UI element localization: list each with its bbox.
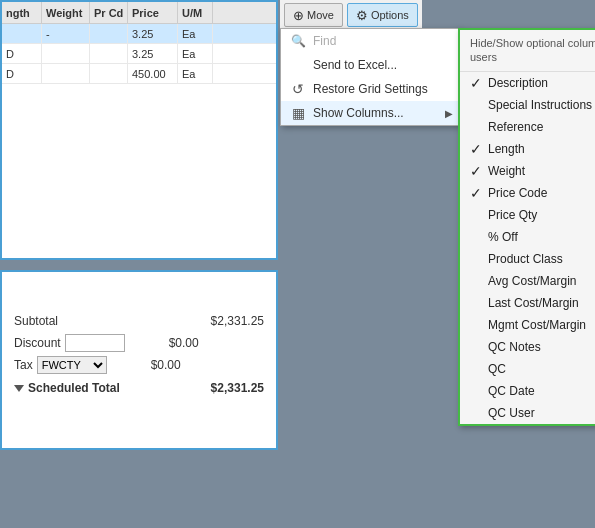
tax-select[interactable]: FWCTY bbox=[37, 356, 107, 374]
submenu-item[interactable]: Product Class bbox=[460, 248, 595, 270]
find-icon: 🔍 bbox=[289, 32, 307, 50]
submenu-item[interactable]: Price Qty bbox=[460, 204, 595, 226]
cell-weight bbox=[42, 44, 90, 63]
menu-item-restore-label: Restore Grid Settings bbox=[313, 82, 428, 96]
table-row[interactable]: D 450.00 Ea bbox=[2, 64, 276, 84]
submenu-item-label: Avg Cost/Margin bbox=[488, 274, 595, 288]
submenu-item[interactable]: ✓Description bbox=[460, 72, 595, 94]
submenu-item-label: Reference bbox=[488, 120, 595, 134]
submenu-item-label: QC User bbox=[488, 406, 595, 420]
options-icon: ⚙ bbox=[356, 8, 368, 23]
submenu-item[interactable]: ✓Price Code bbox=[460, 182, 595, 204]
move-label: Move bbox=[307, 9, 334, 21]
submenu-item[interactable]: ✓Length bbox=[460, 138, 595, 160]
submenu-item-label: Mgmt Cost/Margin bbox=[488, 318, 595, 332]
submenu-item[interactable]: QC User bbox=[460, 402, 595, 424]
discount-input[interactable] bbox=[65, 334, 125, 352]
table-header: ngth Weight Pr Cd Price U/M bbox=[2, 2, 276, 24]
submenu-item[interactable]: QC Notes bbox=[460, 336, 595, 358]
submenu-item[interactable]: QC Date bbox=[460, 380, 595, 402]
toolbar: ⊕ Move ⚙ Options bbox=[280, 0, 422, 30]
submenu-item[interactable]: Reference bbox=[460, 116, 595, 138]
discount-label: Discount bbox=[14, 336, 61, 350]
restore-icon: ↺ bbox=[289, 80, 307, 98]
menu-item-send-excel[interactable]: Send to Excel... bbox=[281, 53, 459, 77]
subtotal-label: Subtotal bbox=[14, 314, 58, 328]
subtotal-value: $2,331.25 bbox=[194, 314, 264, 328]
submenu-item-label: % Off bbox=[488, 230, 595, 244]
subtotal-row: Subtotal $2,331.25 bbox=[14, 310, 264, 332]
tax-label: Tax bbox=[14, 358, 33, 372]
show-columns-submenu: Hide/Show optional columns for all users… bbox=[458, 28, 595, 426]
scheduled-total-row: Scheduled Total $2,331.25 bbox=[14, 376, 264, 400]
scheduled-total-value: $2,331.25 bbox=[194, 381, 264, 395]
excel-icon bbox=[289, 56, 307, 74]
cell-price: 3.25 bbox=[128, 24, 178, 43]
submenu-item-label: Description bbox=[488, 76, 595, 90]
checkmark-icon: ✓ bbox=[470, 141, 488, 157]
scheduled-total-label: Scheduled Total bbox=[28, 381, 120, 395]
cell-prcd bbox=[90, 24, 128, 43]
col-header-length: ngth bbox=[2, 2, 42, 23]
submenu-item-label: QC bbox=[488, 362, 595, 376]
menu-item-excel-label: Send to Excel... bbox=[313, 58, 397, 72]
data-table: ngth Weight Pr Cd Price U/M - 3.25 Ea D … bbox=[0, 0, 278, 260]
submenu-header: Hide/Show optional columns for all users bbox=[460, 30, 595, 72]
submenu-item-label: Weight bbox=[488, 164, 595, 178]
options-label: Options bbox=[371, 9, 409, 21]
menu-item-show-columns[interactable]: ▦ Show Columns... ▶ bbox=[281, 101, 459, 125]
cell-price: 450.00 bbox=[128, 64, 178, 83]
submenu-item-label: Last Cost/Margin bbox=[488, 296, 595, 310]
col-header-prcd: Pr Cd bbox=[90, 2, 128, 23]
cell-prcd bbox=[90, 44, 128, 63]
submenu-item-label: QC Notes bbox=[488, 340, 595, 354]
submenu-item[interactable]: Last Cost/Margin bbox=[460, 292, 595, 314]
checkmark-icon: ✓ bbox=[470, 75, 488, 91]
submenu-item[interactable]: QC bbox=[460, 358, 595, 380]
cell-um: Ea bbox=[178, 44, 213, 63]
submenu-item-label: Length bbox=[488, 142, 595, 156]
menu-item-show-columns-label: Show Columns... bbox=[313, 106, 404, 120]
menu-item-find[interactable]: 🔍 Find bbox=[281, 29, 459, 53]
submenu-item-label: Special Instructions bbox=[488, 98, 595, 112]
show-columns-icon: ▦ bbox=[289, 104, 307, 122]
discount-row: Discount $0.00 bbox=[14, 332, 264, 354]
submenu-item[interactable]: Avg Cost/Margin bbox=[460, 270, 595, 292]
move-icon: ⊕ bbox=[293, 8, 304, 23]
col-header-price: Price bbox=[128, 2, 178, 23]
submenu-item-label: Price Qty bbox=[488, 208, 595, 222]
submenu-item[interactable]: Special Instructions bbox=[460, 94, 595, 116]
cell-um: Ea bbox=[178, 64, 213, 83]
submenu-item[interactable]: Mgmt Cost/Margin bbox=[460, 314, 595, 336]
cell-price: 3.25 bbox=[128, 44, 178, 63]
submenu-item[interactable]: ✓Weight bbox=[460, 160, 595, 182]
submenu-item-label: Price Code bbox=[488, 186, 595, 200]
submenu-item[interactable]: % Off bbox=[460, 226, 595, 248]
cell-length bbox=[2, 24, 42, 43]
discount-value: $0.00 bbox=[129, 336, 199, 350]
submenu-item-label: QC Date bbox=[488, 384, 595, 398]
col-header-weight: Weight bbox=[42, 2, 90, 23]
menu-item-find-label: Find bbox=[313, 34, 336, 48]
cell-prcd bbox=[90, 64, 128, 83]
triangle-icon bbox=[14, 385, 24, 392]
totals-panel: Subtotal $2,331.25 Discount $0.00 Tax FW… bbox=[0, 270, 278, 450]
cell-weight bbox=[42, 64, 90, 83]
cell-um: Ea bbox=[178, 24, 213, 43]
cell-length: D bbox=[2, 64, 42, 83]
tax-value: $0.00 bbox=[111, 358, 181, 372]
table-row[interactable]: D 3.25 Ea bbox=[2, 44, 276, 64]
submenu-arrow-icon: ▶ bbox=[445, 108, 453, 119]
tax-row: Tax FWCTY $0.00 bbox=[14, 354, 264, 376]
table-row[interactable]: - 3.25 Ea bbox=[2, 24, 276, 44]
submenu-item-label: Product Class bbox=[488, 252, 595, 266]
cell-length: D bbox=[2, 44, 42, 63]
options-button[interactable]: ⚙ Options bbox=[347, 3, 418, 27]
col-header-um: U/M bbox=[178, 2, 213, 23]
submenu-items: ✓DescriptionSpecial InstructionsReferenc… bbox=[460, 72, 595, 424]
cell-weight: - bbox=[42, 24, 90, 43]
menu-item-restore-grid[interactable]: ↺ Restore Grid Settings bbox=[281, 77, 459, 101]
move-button[interactable]: ⊕ Move bbox=[284, 3, 343, 27]
options-dropdown: 🔍 Find Send to Excel... ↺ Restore Grid S… bbox=[280, 28, 460, 126]
checkmark-icon: ✓ bbox=[470, 163, 488, 179]
